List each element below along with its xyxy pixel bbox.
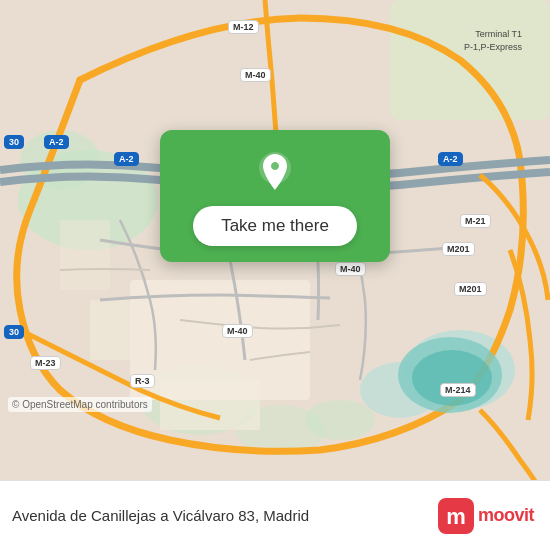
svg-point-8 xyxy=(305,400,375,440)
road-label-m40-top: M-40 xyxy=(240,68,271,82)
terminal-label: Terminal T1 P-1,P-Express xyxy=(464,28,522,53)
road-label-m12: M-12 xyxy=(228,20,259,34)
road-label-30-top: 30 xyxy=(4,135,24,149)
road-label-a2-left2: A-2 xyxy=(114,152,139,166)
svg-point-15 xyxy=(412,350,492,406)
road-label-a2-right2: A-2 xyxy=(438,152,463,166)
road-label-m214: M-214 xyxy=(440,383,476,397)
take-me-there-button[interactable]: Take me there xyxy=(193,206,357,246)
location-pin-icon xyxy=(253,150,297,194)
road-label-m40-mid: M-40 xyxy=(335,262,366,276)
road-label-m21: M-21 xyxy=(460,214,491,228)
road-label-m40-bot: M-40 xyxy=(222,324,253,338)
road-label-m201-2: M201 xyxy=(454,282,487,296)
location-card: Take me there xyxy=(160,130,390,262)
address-text: Avenida de Canillejas a Vicálvaro 83, Ma… xyxy=(12,507,438,524)
road-label-a2-left1: A-2 xyxy=(44,135,69,149)
svg-rect-12 xyxy=(60,220,110,290)
svg-rect-10 xyxy=(90,300,130,360)
road-label-r3: R-3 xyxy=(130,374,155,388)
svg-text:m: m xyxy=(446,504,466,529)
moovit-logo: m moovit xyxy=(438,498,534,534)
road-label-30-bot: 30 xyxy=(4,325,24,339)
map-view: Terminal T1 P-1,P-Express M-40 M-12 A-2 … xyxy=(0,0,550,480)
bottom-bar: Avenida de Canillejas a Vicálvaro 83, Ma… xyxy=(0,480,550,550)
osm-attribution: © OpenStreetMap contributors xyxy=(8,397,152,412)
moovit-icon: m xyxy=(438,498,474,534)
svg-rect-3 xyxy=(390,0,550,120)
road-label-m23: M-23 xyxy=(30,356,61,370)
road-label-m201-1: M201 xyxy=(442,242,475,256)
moovit-name: moovit xyxy=(478,505,534,526)
